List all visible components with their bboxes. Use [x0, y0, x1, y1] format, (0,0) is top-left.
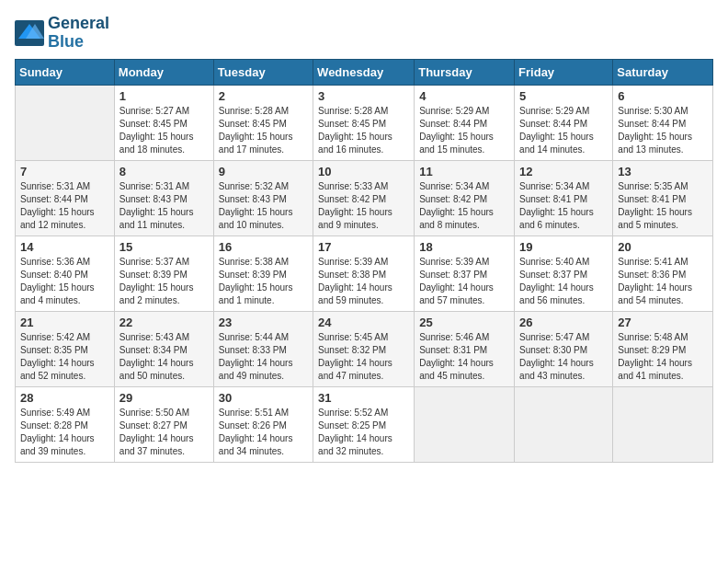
day-number: 30: [219, 391, 308, 405]
day-number: 21: [20, 316, 109, 329]
day-number: 26: [519, 316, 608, 329]
day-info: Sunrise: 5:31 AM Sunset: 8:44 PM Dayligh…: [20, 180, 109, 232]
day-number: 20: [618, 240, 708, 254]
day-info: Sunrise: 5:32 AM Sunset: 8:43 PM Dayligh…: [219, 180, 308, 232]
day-cell: 1Sunrise: 5:27 AM Sunset: 8:45 PM Daylig…: [114, 85, 213, 160]
day-cell: 19Sunrise: 5:40 AM Sunset: 8:37 PM Dayli…: [515, 236, 613, 311]
day-cell: 5Sunrise: 5:29 AM Sunset: 8:44 PM Daylig…: [515, 85, 613, 160]
day-cell: 20Sunrise: 5:41 AM Sunset: 8:36 PM Dayli…: [613, 236, 713, 311]
day-cell: 24Sunrise: 5:45 AM Sunset: 8:32 PM Dayli…: [313, 311, 415, 386]
day-cell: 30Sunrise: 5:51 AM Sunset: 8:26 PM Dayli…: [213, 386, 313, 462]
day-info: Sunrise: 5:46 AM Sunset: 8:31 PM Dayligh…: [419, 331, 509, 383]
day-info: Sunrise: 5:51 AM Sunset: 8:26 PM Dayligh…: [219, 407, 308, 458]
day-cell: 9Sunrise: 5:32 AM Sunset: 8:43 PM Daylig…: [213, 160, 313, 236]
day-number: 6: [618, 89, 708, 103]
day-info: Sunrise: 5:49 AM Sunset: 8:28 PM Dayligh…: [20, 407, 109, 458]
day-number: 18: [419, 240, 509, 254]
col-header-thursday: Thursday: [415, 59, 515, 85]
day-cell: 3Sunrise: 5:28 AM Sunset: 8:45 PM Daylig…: [313, 85, 415, 160]
week-row-1: 1Sunrise: 5:27 AM Sunset: 8:45 PM Daylig…: [16, 85, 713, 160]
day-number: 8: [119, 165, 209, 178]
week-row-3: 14Sunrise: 5:36 AM Sunset: 8:40 PM Dayli…: [16, 236, 713, 311]
day-cell: 4Sunrise: 5:29 AM Sunset: 8:44 PM Daylig…: [415, 85, 515, 160]
day-cell: 27Sunrise: 5:48 AM Sunset: 8:29 PM Dayli…: [613, 311, 713, 386]
day-number: 27: [618, 316, 708, 329]
day-cell: 18Sunrise: 5:39 AM Sunset: 8:37 PM Dayli…: [415, 236, 515, 311]
day-number: 15: [119, 240, 209, 254]
day-cell: 2Sunrise: 5:28 AM Sunset: 8:45 PM Daylig…: [213, 85, 313, 160]
day-number: 1: [119, 89, 209, 103]
day-number: 4: [419, 89, 509, 103]
day-number: 14: [20, 240, 109, 254]
day-cell: 13Sunrise: 5:35 AM Sunset: 8:41 PM Dayli…: [613, 160, 713, 236]
day-info: Sunrise: 5:42 AM Sunset: 8:35 PM Dayligh…: [20, 331, 109, 383]
day-info: Sunrise: 5:33 AM Sunset: 8:42 PM Dayligh…: [318, 180, 409, 232]
day-info: Sunrise: 5:39 AM Sunset: 8:38 PM Dayligh…: [318, 256, 409, 307]
col-header-saturday: Saturday: [613, 59, 713, 85]
week-row-2: 7Sunrise: 5:31 AM Sunset: 8:44 PM Daylig…: [16, 160, 713, 236]
day-info: Sunrise: 5:36 AM Sunset: 8:40 PM Dayligh…: [20, 256, 109, 307]
day-info: Sunrise: 5:38 AM Sunset: 8:39 PM Dayligh…: [219, 256, 308, 307]
day-number: 16: [219, 240, 308, 254]
day-cell: 23Sunrise: 5:44 AM Sunset: 8:33 PM Dayli…: [213, 311, 313, 386]
day-cell: 7Sunrise: 5:31 AM Sunset: 8:44 PM Daylig…: [16, 160, 115, 236]
day-number: 7: [20, 165, 109, 178]
day-info: Sunrise: 5:28 AM Sunset: 8:45 PM Dayligh…: [219, 105, 308, 156]
day-number: 17: [318, 240, 409, 254]
day-number: 13: [618, 165, 708, 178]
day-number: 29: [119, 391, 209, 405]
calendar-table: SundayMondayTuesdayWednesdayThursdayFrid…: [15, 59, 713, 463]
calendar-header-row: SundayMondayTuesdayWednesdayThursdayFrid…: [16, 59, 713, 85]
day-info: Sunrise: 5:47 AM Sunset: 8:30 PM Dayligh…: [519, 331, 608, 383]
day-number: 10: [318, 165, 409, 178]
day-number: 31: [318, 391, 409, 405]
day-number: 11: [419, 165, 509, 178]
day-cell: [613, 386, 713, 462]
logo-text: General Blue: [48, 15, 109, 52]
day-cell: [415, 386, 515, 462]
logo: General Blue: [15, 15, 109, 52]
day-info: Sunrise: 5:34 AM Sunset: 8:41 PM Dayligh…: [519, 180, 608, 232]
week-row-5: 28Sunrise: 5:49 AM Sunset: 8:28 PM Dayli…: [16, 386, 713, 462]
day-info: Sunrise: 5:37 AM Sunset: 8:39 PM Dayligh…: [119, 256, 209, 307]
day-cell: 25Sunrise: 5:46 AM Sunset: 8:31 PM Dayli…: [415, 311, 515, 386]
day-info: Sunrise: 5:43 AM Sunset: 8:34 PM Dayligh…: [119, 331, 209, 383]
day-info: Sunrise: 5:31 AM Sunset: 8:43 PM Dayligh…: [119, 180, 209, 232]
day-number: 2: [219, 89, 308, 103]
day-info: Sunrise: 5:45 AM Sunset: 8:32 PM Dayligh…: [318, 331, 409, 383]
day-cell: 21Sunrise: 5:42 AM Sunset: 8:35 PM Dayli…: [16, 311, 115, 386]
col-header-monday: Monday: [114, 59, 213, 85]
day-number: 5: [519, 89, 608, 103]
day-info: Sunrise: 5:44 AM Sunset: 8:33 PM Dayligh…: [219, 331, 308, 383]
day-info: Sunrise: 5:39 AM Sunset: 8:37 PM Dayligh…: [419, 256, 509, 307]
day-number: 23: [219, 316, 308, 329]
day-cell: [515, 386, 613, 462]
day-info: Sunrise: 5:30 AM Sunset: 8:44 PM Dayligh…: [618, 105, 708, 156]
logo-icon: [15, 20, 44, 46]
day-info: Sunrise: 5:34 AM Sunset: 8:42 PM Dayligh…: [419, 180, 509, 232]
week-row-4: 21Sunrise: 5:42 AM Sunset: 8:35 PM Dayli…: [16, 311, 713, 386]
col-header-tuesday: Tuesday: [213, 59, 313, 85]
day-info: Sunrise: 5:40 AM Sunset: 8:37 PM Dayligh…: [519, 256, 608, 307]
day-info: Sunrise: 5:29 AM Sunset: 8:44 PM Dayligh…: [519, 105, 608, 156]
day-number: 19: [519, 240, 608, 254]
day-number: 24: [318, 316, 409, 329]
day-info: Sunrise: 5:41 AM Sunset: 8:36 PM Dayligh…: [618, 256, 708, 307]
col-header-friday: Friday: [515, 59, 613, 85]
day-cell: 10Sunrise: 5:33 AM Sunset: 8:42 PM Dayli…: [313, 160, 415, 236]
day-number: 9: [219, 165, 308, 178]
day-number: 28: [20, 391, 109, 405]
col-header-sunday: Sunday: [16, 59, 115, 85]
day-cell: 17Sunrise: 5:39 AM Sunset: 8:38 PM Dayli…: [313, 236, 415, 311]
day-cell: 28Sunrise: 5:49 AM Sunset: 8:28 PM Dayli…: [16, 386, 115, 462]
day-info: Sunrise: 5:27 AM Sunset: 8:45 PM Dayligh…: [119, 105, 209, 156]
day-info: Sunrise: 5:48 AM Sunset: 8:29 PM Dayligh…: [618, 331, 708, 383]
day-number: 22: [119, 316, 209, 329]
day-cell: 15Sunrise: 5:37 AM Sunset: 8:39 PM Dayli…: [114, 236, 213, 311]
page-header: General Blue: [15, 15, 713, 52]
day-cell: 29Sunrise: 5:50 AM Sunset: 8:27 PM Dayli…: [114, 386, 213, 462]
day-number: 25: [419, 316, 509, 329]
day-info: Sunrise: 5:28 AM Sunset: 8:45 PM Dayligh…: [318, 105, 409, 156]
day-cell: 16Sunrise: 5:38 AM Sunset: 8:39 PM Dayli…: [213, 236, 313, 311]
day-cell: 26Sunrise: 5:47 AM Sunset: 8:30 PM Dayli…: [515, 311, 613, 386]
